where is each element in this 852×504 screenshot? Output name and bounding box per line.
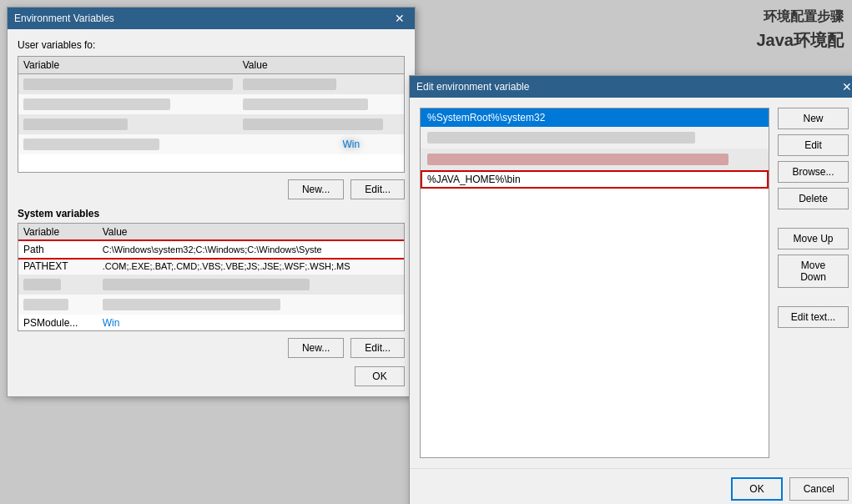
sys-var-path-variable: Path xyxy=(18,241,98,259)
user-vars-label: User variables fo: xyxy=(18,39,405,51)
env-vars-dialog: Environment Variables ✕ User variables f… xyxy=(7,7,416,397)
sys-var-pathext-row[interactable]: PATHEXT .COM;.EXE;.BAT;.CMD;.VBS;.VBE;JS… xyxy=(18,258,404,275)
system-vars-table-container: Variable Value Path C:\Windows\system32;… xyxy=(18,223,405,331)
user-vars-section: User variables fo: Variable Value xyxy=(18,39,405,199)
path-list-item-2[interactable] xyxy=(421,149,769,170)
new-system-button[interactable]: New... xyxy=(288,338,344,358)
user-var-row-4[interactable]: Win xyxy=(18,134,404,154)
path-list-item-3[interactable]: %JAVA_HOME%\bin xyxy=(421,170,769,189)
edit-system-button[interactable]: Edit... xyxy=(350,338,405,358)
user-var-col-value: Value xyxy=(238,57,404,74)
sys-var-pathext-variable: PATHEXT xyxy=(18,258,98,275)
env-vars-close-button[interactable]: ✕ xyxy=(391,12,408,25)
move-up-button[interactable]: Move Up xyxy=(778,228,849,249)
env-vars-body: User variables fo: Variable Value xyxy=(8,29,415,396)
edit-path-button[interactable]: Edit xyxy=(778,134,849,156)
system-vars-label: System variables xyxy=(18,208,405,219)
delete-button[interactable]: Delete xyxy=(778,188,849,209)
system-vars-table: Variable Value Path C:\Windows\system32;… xyxy=(18,224,404,331)
browse-button[interactable]: Browse... xyxy=(778,161,849,183)
user-vars-table: Variable Value xyxy=(18,57,404,154)
move-down-button[interactable]: Move Down xyxy=(778,255,849,288)
spacer-1 xyxy=(778,214,849,223)
edit-text-button[interactable]: Edit text... xyxy=(778,306,849,328)
new-user-button[interactable]: New... xyxy=(288,179,344,199)
system-vars-btn-row: New... Edit... xyxy=(18,338,405,358)
user-var-row-1[interactable] xyxy=(18,74,404,95)
sys-var-psmodule-row[interactable]: PSModule... Win xyxy=(18,315,404,331)
sys-var-blurred-row-1[interactable] xyxy=(18,275,404,295)
sys-var-path-row[interactable]: Path C:\Windows\system32;C:\Windows;C:\W… xyxy=(18,241,404,259)
sys-var-psmodule-variable: PSModule... xyxy=(18,315,98,331)
user-vars-table-container: Variable Value xyxy=(18,56,405,173)
edit-env-dialog: Edit environment variable ✕ %SystemRoot%… xyxy=(409,75,852,504)
path-list-container: %SystemRoot%\system32 %JAVA_HOME%\bin xyxy=(420,108,769,458)
sys-var-col-variable: Variable xyxy=(18,224,98,241)
user-var-row-2[interactable] xyxy=(18,94,404,114)
spacer-2 xyxy=(778,293,849,301)
edit-env-ok-button[interactable]: OK xyxy=(731,477,782,501)
path-list-item-1[interactable] xyxy=(421,127,769,149)
env-vars-title: Environment Variables xyxy=(14,13,114,24)
edit-env-footer: OK Cancel xyxy=(410,468,852,504)
user-vars-btn-row: New... Edit... xyxy=(18,179,405,199)
edit-env-body: %SystemRoot%\system32 %JAVA_HOME%\bin Ne… xyxy=(410,98,852,468)
bg-hint: 环境配置步骤 Java环境配 xyxy=(757,8,844,52)
edit-env-titlebar: Edit environment variable ✕ xyxy=(410,76,852,98)
system-vars-section: System variables Variable Value Path C:\… xyxy=(18,208,405,358)
path-list-item-0[interactable]: %SystemRoot%\system32 xyxy=(421,108,769,127)
edit-env-close-button[interactable]: ✕ xyxy=(842,80,852,93)
sys-var-col-value: Value xyxy=(98,224,404,241)
user-var-col-variable: Variable xyxy=(18,57,238,74)
edit-env-title: Edit environment variable xyxy=(416,81,529,93)
env-vars-titlebar: Environment Variables ✕ xyxy=(8,8,415,29)
sys-var-psmodule-value: Win xyxy=(98,315,404,331)
edit-user-button[interactable]: Edit... xyxy=(350,179,405,199)
sys-var-path-value: C:\Windows\system32;C:\Windows;C:\Window… xyxy=(98,241,404,259)
edit-env-cancel-button[interactable]: Cancel xyxy=(789,477,849,501)
env-vars-ok-button[interactable]: OK xyxy=(355,366,405,386)
new-path-button[interactable]: New xyxy=(778,108,849,129)
side-buttons: New Edit Browse... Delete Move Up Move D… xyxy=(778,108,849,458)
user-var-row-3[interactable] xyxy=(18,114,404,134)
sys-var-blurred-row-2[interactable] xyxy=(18,295,404,315)
sys-var-pathext-value: .COM;.EXE;.BAT;.CMD;.VBS;.VBE;JS;.JSE;.W… xyxy=(98,258,404,275)
env-vars-footer-btn-row: OK xyxy=(18,366,405,386)
